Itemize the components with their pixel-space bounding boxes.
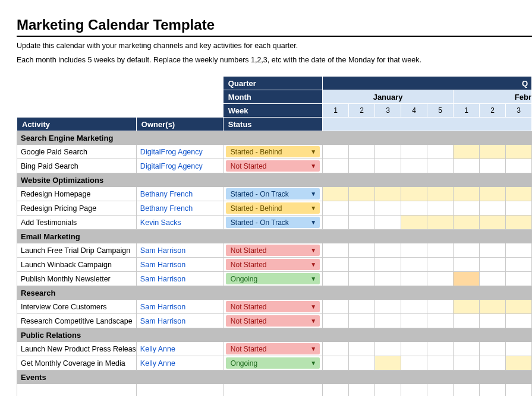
timeline-cell[interactable]: [401, 300, 427, 314]
status-cell[interactable]: Started - Behind▼: [223, 201, 322, 216]
timeline-cell[interactable]: [323, 272, 349, 286]
timeline-cell[interactable]: [401, 272, 427, 286]
owner-cell[interactable]: Sam Harrison: [136, 243, 223, 258]
timeline-cell[interactable]: [349, 187, 375, 201]
timeline-cell[interactable]: [454, 258, 480, 272]
activity-cell[interactable]: Redesign Pricing Page: [17, 201, 137, 216]
header-month[interactable]: Month: [223, 90, 322, 104]
timeline-cell[interactable]: [401, 356, 427, 370]
timeline-cell[interactable]: [454, 243, 480, 258]
timeline-cell[interactable]: [427, 201, 454, 216]
timeline-cell[interactable]: [480, 258, 506, 272]
timeline-cell[interactable]: [349, 145, 375, 159]
timeline-cell[interactable]: [323, 314, 349, 328]
timeline-cell[interactable]: [480, 300, 506, 314]
timeline-cell[interactable]: [375, 300, 401, 314]
timeline-cell[interactable]: [323, 342, 349, 356]
timeline-cell[interactable]: [454, 356, 480, 370]
timeline-cell[interactable]: [375, 356, 401, 370]
activity-cell[interactable]: Launch Winback Campaign: [17, 258, 137, 272]
header-quarter-label[interactable]: Q: [323, 77, 532, 90]
timeline-cell[interactable]: [401, 258, 427, 272]
owner-cell[interactable]: Sam Harrison: [136, 258, 223, 272]
timeline-cell[interactable]: [480, 272, 506, 286]
activity-cell[interactable]: Bing Paid Search: [17, 159, 137, 173]
timeline-cell[interactable]: [506, 384, 532, 396]
timeline-cell[interactable]: [323, 384, 349, 396]
owner-cell[interactable]: Sam Harrison: [136, 300, 223, 314]
status-cell[interactable]: [223, 384, 322, 396]
timeline-cell[interactable]: [349, 342, 375, 356]
week-cell[interactable]: 5: [427, 104, 454, 118]
timeline-cell[interactable]: [401, 384, 427, 396]
timeline-cell[interactable]: [427, 272, 454, 286]
timeline-cell[interactable]: [506, 159, 532, 173]
week-cell[interactable]: 3: [375, 104, 401, 118]
timeline-cell[interactable]: [401, 187, 427, 201]
timeline-cell[interactable]: [480, 314, 506, 328]
activity-cell[interactable]: [17, 384, 137, 396]
timeline-cell[interactable]: [454, 342, 480, 356]
timeline-cell[interactable]: [480, 384, 506, 396]
activity-cell[interactable]: Redesign Homepage: [17, 187, 137, 201]
activity-cell[interactable]: Publish Monthly Newsletter: [17, 272, 137, 286]
timeline-cell[interactable]: [349, 272, 375, 286]
timeline-cell[interactable]: [349, 216, 375, 230]
owner-cell[interactable]: Kevin Sacks: [136, 216, 223, 230]
timeline-cell[interactable]: [323, 356, 349, 370]
owner-cell[interactable]: [136, 384, 223, 396]
timeline-cell[interactable]: [323, 258, 349, 272]
timeline-cell[interactable]: [454, 201, 480, 216]
timeline-cell[interactable]: [506, 243, 532, 258]
owner-cell[interactable]: Bethany French: [136, 201, 223, 216]
owner-cell[interactable]: DigitalFrog Agency: [136, 159, 223, 173]
activity-cell[interactable]: Get Monthly Coverage in Media: [17, 356, 137, 370]
timeline-cell[interactable]: [506, 258, 532, 272]
timeline-cell[interactable]: [375, 201, 401, 216]
timeline-cell[interactable]: [401, 342, 427, 356]
owner-cell[interactable]: Sam Harrison: [136, 272, 223, 286]
timeline-cell[interactable]: [480, 342, 506, 356]
week-cell[interactable]: 2: [480, 104, 506, 118]
timeline-cell[interactable]: [349, 300, 375, 314]
timeline-cell[interactable]: [454, 300, 480, 314]
timeline-cell[interactable]: [323, 216, 349, 230]
week-cell[interactable]: 1: [454, 104, 480, 118]
activity-cell[interactable]: Launch New Product Press Releas: [17, 342, 137, 356]
activity-cell[interactable]: Research Competitive Landscape: [17, 314, 137, 328]
timeline-cell[interactable]: [506, 300, 532, 314]
timeline-cell[interactable]: [506, 201, 532, 216]
timeline-cell[interactable]: [427, 356, 454, 370]
timeline-cell[interactable]: [323, 159, 349, 173]
timeline-cell[interactable]: [427, 384, 454, 396]
timeline-cell[interactable]: [323, 201, 349, 216]
status-cell[interactable]: Not Started▼: [223, 243, 322, 258]
timeline-cell[interactable]: [375, 314, 401, 328]
status-cell[interactable]: Not Started▼: [223, 342, 322, 356]
timeline-cell[interactable]: [454, 159, 480, 173]
timeline-cell[interactable]: [349, 384, 375, 396]
timeline-cell[interactable]: [480, 243, 506, 258]
timeline-cell[interactable]: [427, 145, 454, 159]
timeline-cell[interactable]: [427, 159, 454, 173]
activity-cell[interactable]: Google Paid Search: [17, 145, 137, 159]
timeline-cell[interactable]: [427, 216, 454, 230]
owner-cell[interactable]: Kelly Anne: [136, 342, 223, 356]
header-quarter[interactable]: Quarter: [223, 77, 322, 90]
timeline-cell[interactable]: [506, 342, 532, 356]
status-cell[interactable]: Not Started▼: [223, 314, 322, 328]
timeline-cell[interactable]: [349, 258, 375, 272]
status-cell[interactable]: Started - On Track▼: [223, 216, 322, 230]
status-cell[interactable]: Ongoing▼: [223, 272, 322, 286]
timeline-cell[interactable]: [401, 201, 427, 216]
timeline-cell[interactable]: [349, 159, 375, 173]
status-cell[interactable]: Not Started▼: [223, 258, 322, 272]
owner-cell[interactable]: DigitalFrog Agency: [136, 145, 223, 159]
timeline-cell[interactable]: [427, 258, 454, 272]
timeline-cell[interactable]: [401, 216, 427, 230]
month-february[interactable]: Febr: [454, 90, 532, 104]
timeline-cell[interactable]: [349, 356, 375, 370]
timeline-cell[interactable]: [323, 187, 349, 201]
owner-cell[interactable]: Sam Harrison: [136, 314, 223, 328]
timeline-cell[interactable]: [427, 342, 454, 356]
